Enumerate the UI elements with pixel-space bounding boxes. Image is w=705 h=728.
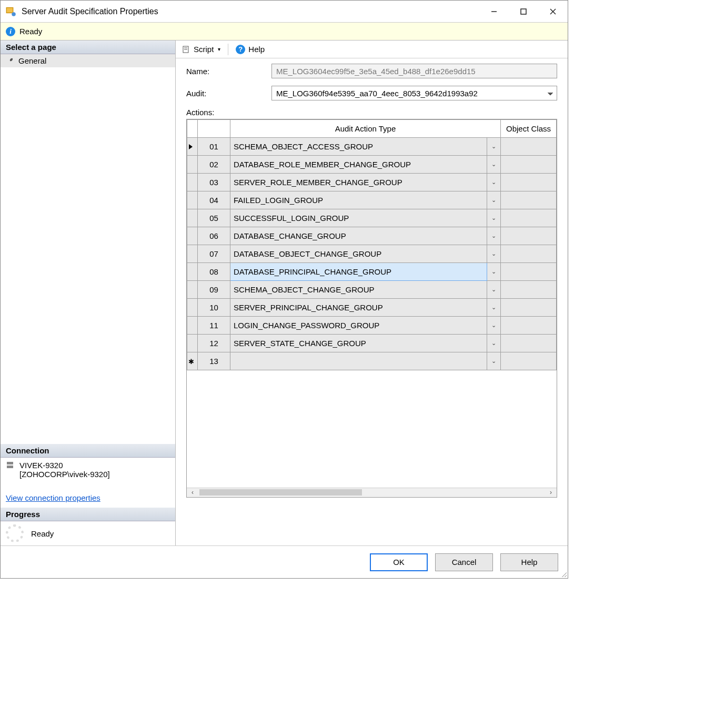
- row-number[interactable]: 01: [198, 138, 230, 156]
- script-icon: [182, 45, 190, 54]
- audit-select[interactable]: ME_LOG360f94e5395_aa70_4eec_8053_9642d19…: [271, 86, 557, 100]
- cell-action-type[interactable]: LOGIN_CHANGE_PASSWORD_GROUP: [230, 317, 487, 335]
- row-marker: [187, 209, 198, 227]
- table-row[interactable]: 02DATABASE_ROLE_MEMBER_CHANGE_GROUP⌄: [187, 156, 557, 174]
- toolbar-separator: [228, 44, 228, 55]
- table-row[interactable]: 03SERVER_ROLE_MEMBER_CHANGE_GROUP⌄: [187, 174, 557, 191]
- form-area: Name: Audit: ME_LOG360f94e5395_aa70_4eec…: [176, 58, 568, 503]
- row-number[interactable]: 06: [198, 227, 230, 245]
- row-number[interactable]: 08: [198, 263, 230, 281]
- row-marker: [187, 263, 198, 281]
- cancel-button[interactable]: Cancel: [435, 553, 493, 571]
- header-action-type[interactable]: Audit Action Type: [230, 120, 501, 138]
- action-dropdown-button[interactable]: ⌄: [487, 245, 501, 263]
- row-marker: [187, 227, 198, 245]
- table-row[interactable]: 05SUCCESSFUL_LOGIN_GROUP⌄: [187, 209, 557, 227]
- table-row[interactable]: 04FAILED_LOGIN_GROUP⌄: [187, 191, 557, 209]
- cell-object-class[interactable]: [501, 317, 557, 335]
- grid-horizontal-scrollbar[interactable]: ‹ ›: [187, 488, 557, 497]
- scroll-left-icon[interactable]: ‹: [188, 489, 197, 496]
- action-dropdown-button[interactable]: ⌄: [487, 191, 501, 209]
- table-row[interactable]: 10SERVER_PRINCIPAL_CHANGE_GROUP⌄: [187, 299, 557, 317]
- row-marker: [187, 317, 198, 335]
- row-number[interactable]: 11: [198, 317, 230, 335]
- svg-rect-3: [521, 9, 526, 14]
- resize-grip-icon[interactable]: [560, 571, 567, 577]
- help-button-footer[interactable]: Help: [500, 553, 558, 571]
- cell-object-class[interactable]: [501, 227, 557, 245]
- row-number[interactable]: 07: [198, 245, 230, 263]
- cell-action-type[interactable]: SERVER_STATE_CHANGE_GROUP: [230, 335, 487, 352]
- cell-object-class[interactable]: [501, 156, 557, 174]
- table-row[interactable]: 06DATABASE_CHANGE_GROUP⌄: [187, 227, 557, 245]
- row-number[interactable]: 03: [198, 174, 230, 191]
- header-object-class[interactable]: Object Class: [501, 120, 557, 138]
- table-row[interactable]: 08DATABASE_PRINCIPAL_CHANGE_GROUP⌄: [187, 263, 557, 281]
- cell-object-class[interactable]: [501, 299, 557, 317]
- cell-action-type[interactable]: SERVER_ROLE_MEMBER_CHANGE_GROUP: [230, 174, 487, 191]
- help-icon: ?: [236, 45, 245, 54]
- cell-object-class[interactable]: [501, 281, 557, 299]
- cell-object-class[interactable]: [501, 245, 557, 263]
- table-row[interactable]: 12SERVER_STATE_CHANGE_GROUP⌄: [187, 335, 557, 352]
- row-number[interactable]: 09: [198, 281, 230, 299]
- cell-action-type[interactable]: FAILED_LOGIN_GROUP: [230, 191, 487, 209]
- action-dropdown-button[interactable]: ⌄: [487, 317, 501, 335]
- action-dropdown-button[interactable]: ⌄: [487, 227, 501, 245]
- cell-object-class[interactable]: [501, 335, 557, 352]
- action-dropdown-button[interactable]: ⌄: [487, 335, 501, 352]
- sidebar-item-general[interactable]: General: [1, 54, 175, 67]
- table-row[interactable]: ✱13⌄: [187, 352, 557, 370]
- row-number[interactable]: 04: [198, 191, 230, 209]
- action-dropdown-button[interactable]: ⌄: [487, 352, 501, 370]
- cell-object-class[interactable]: [501, 191, 557, 209]
- connection-header: Connection: [1, 444, 175, 458]
- row-number[interactable]: 05: [198, 209, 230, 227]
- cell-action-type[interactable]: DATABASE_CHANGE_GROUP: [230, 227, 487, 245]
- cell-object-class[interactable]: [501, 174, 557, 191]
- cell-object-class[interactable]: [501, 263, 557, 281]
- action-dropdown-button[interactable]: ⌄: [487, 138, 501, 156]
- scroll-right-icon[interactable]: ›: [546, 489, 556, 496]
- cell-action-type[interactable]: [230, 352, 487, 370]
- row-number[interactable]: 02: [198, 156, 230, 174]
- row-marker: [187, 335, 198, 352]
- header-rownum: [198, 120, 230, 138]
- current-row-icon: [189, 144, 193, 149]
- app-icon: [6, 6, 16, 17]
- table-row[interactable]: 11LOGIN_CHANGE_PASSWORD_GROUP⌄: [187, 317, 557, 335]
- cell-object-class[interactable]: [501, 138, 557, 156]
- close-button[interactable]: [538, 1, 568, 22]
- action-dropdown-button[interactable]: ⌄: [487, 281, 501, 299]
- cell-action-type[interactable]: DATABASE_ROLE_MEMBER_CHANGE_GROUP: [230, 156, 487, 174]
- ok-button[interactable]: OK: [370, 553, 428, 571]
- cell-action-type[interactable]: DATABASE_OBJECT_CHANGE_GROUP: [230, 245, 487, 263]
- script-button[interactable]: Script ▾: [180, 44, 223, 55]
- new-row-icon: ✱: [188, 357, 194, 365]
- view-connection-properties-link[interactable]: View connection properties: [6, 493, 170, 502]
- action-dropdown-button[interactable]: ⌄: [487, 156, 501, 174]
- cell-action-type[interactable]: SCHEMA_OBJECT_ACCESS_GROUP: [230, 138, 487, 156]
- maximize-button[interactable]: [509, 1, 538, 22]
- row-number[interactable]: 10: [198, 299, 230, 317]
- row-number[interactable]: 13: [198, 352, 230, 370]
- cell-action-type[interactable]: SCHEMA_OBJECT_CHANGE_GROUP: [230, 281, 487, 299]
- cell-object-class[interactable]: [501, 352, 557, 370]
- cell-action-type[interactable]: DATABASE_PRINCIPAL_CHANGE_GROUP: [230, 263, 487, 281]
- table-row[interactable]: 01SCHEMA_OBJECT_ACCESS_GROUP⌄: [187, 138, 557, 156]
- action-dropdown-button[interactable]: ⌄: [487, 209, 501, 227]
- server-user: [ZOHOCORP\vivek-9320]: [19, 470, 110, 479]
- sidebar: Select a page General Connection VIVEK-9…: [1, 41, 176, 545]
- action-dropdown-button[interactable]: ⌄: [487, 174, 501, 191]
- scroll-thumb[interactable]: [199, 489, 362, 496]
- minimize-button[interactable]: [479, 1, 509, 22]
- table-row[interactable]: 07DATABASE_OBJECT_CHANGE_GROUP⌄: [187, 245, 557, 263]
- cell-action-type[interactable]: SUCCESSFUL_LOGIN_GROUP: [230, 209, 487, 227]
- cell-object-class[interactable]: [501, 209, 557, 227]
- row-number[interactable]: 12: [198, 335, 230, 352]
- cell-action-type[interactable]: SERVER_PRINCIPAL_CHANGE_GROUP: [230, 299, 487, 317]
- action-dropdown-button[interactable]: ⌄: [487, 263, 501, 281]
- table-row[interactable]: 09SCHEMA_OBJECT_CHANGE_GROUP⌄: [187, 281, 557, 299]
- action-dropdown-button[interactable]: ⌄: [487, 299, 501, 317]
- help-button[interactable]: ? Help: [234, 44, 267, 55]
